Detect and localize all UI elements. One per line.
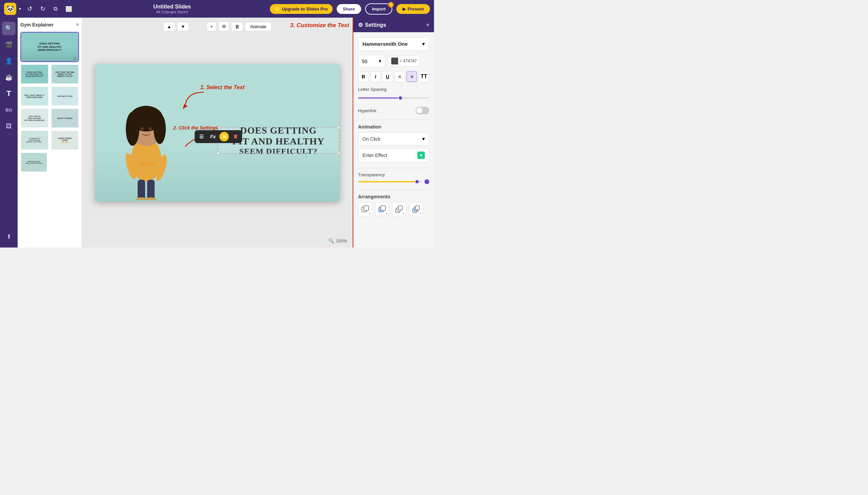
- present-button[interactable]: ▶ Present: [396, 4, 430, 14]
- delete-button[interactable]: 🗑: [231, 22, 243, 31]
- zoom-indicator: 🔍 100%: [328, 238, 347, 243]
- align-center-button[interactable]: ≡: [407, 71, 418, 82]
- undo-button[interactable]: ↺: [25, 4, 34, 14]
- italic-button[interactable]: I: [370, 71, 381, 82]
- slide-row-2: WELL, DON'T SWEAT IT!FROM YOUR HOME! VIS…: [20, 86, 79, 106]
- video-tool[interactable]: 🎬: [2, 38, 16, 52]
- animation-select[interactable]: On Click ▾: [358, 132, 429, 146]
- panel-title: Gym Explainer: [20, 22, 54, 28]
- settings-body: Hammersmith One ▾ 50 ▾ # 474747: [353, 32, 434, 221]
- handle-tr: [337, 126, 339, 129]
- slide-row-5: REGISTER TODAY!MATT'S FITNESS STUDIO: [20, 152, 79, 172]
- badge-tool[interactable]: BG: [2, 103, 16, 117]
- canvas-toolbar: ▲ ▼ + ⧉ 🗑 Animate: [163, 22, 271, 31]
- enter-effect-label: Enter Effect: [362, 153, 387, 158]
- arrangements-label: Arrangements: [358, 194, 429, 199]
- slide-thumb-7[interactable]: IF POWER LIFTSAND CRUNCHESARE NOT YOUR T…: [20, 130, 49, 150]
- upgrade-button[interactable]: ⭐ Upgrade to Slides Pro: [270, 4, 333, 14]
- left-toolbar: 🔍 🎬 👤 ☕ T BG 🖼 ⬆: [0, 18, 18, 248]
- section-divider-3: [358, 189, 429, 190]
- animation-value: On Click: [362, 136, 380, 142]
- svg-point-12: [146, 197, 156, 200]
- color-selector[interactable]: # 474747: [388, 56, 420, 66]
- bold-button[interactable]: B: [358, 71, 369, 82]
- transparency-label: Transparency: [358, 172, 429, 177]
- add-element-button[interactable]: +: [206, 22, 217, 31]
- slide-canvas: FITNESS DOES GETTING FIT AND HEALTHY SEE…: [95, 64, 339, 201]
- svg-point-11: [136, 197, 147, 200]
- settings-close-button[interactable]: ×: [426, 22, 429, 28]
- panel-header: Gym Explainer ×: [20, 20, 79, 29]
- slide-thumb-9[interactable]: REGISTER TODAY!MATT'S FITNESS STUDIO: [20, 152, 48, 172]
- settings-header: ⚙ Settings ×: [353, 18, 434, 32]
- share-button[interactable]: Share: [337, 4, 361, 14]
- color-label: # 474747: [400, 59, 417, 63]
- color-box: [391, 57, 398, 65]
- transform-button[interactable]: TT: [419, 71, 429, 82]
- transparency-row: [358, 180, 429, 184]
- ctx-fx-button[interactable]: Fx: [208, 132, 218, 141]
- handle-br: [337, 152, 339, 155]
- hash-label: #: [400, 59, 402, 63]
- font-selector[interactable]: Hammersmith One ▾: [358, 37, 429, 51]
- svg-marker-14: [183, 104, 187, 109]
- coffee-tool[interactable]: ☕: [2, 70, 16, 84]
- image-tool[interactable]: 🖼: [2, 119, 16, 133]
- upload-tool[interactable]: ⬆: [2, 230, 16, 243]
- slide-thumb-2[interactable]: DON'T HAVE THE TIMEENERGY OR THEPERFECT …: [51, 64, 79, 84]
- slide-thumb-5[interactable]: JUST GIVE USHALF AN HOUROF YOUR 24 HOUR …: [20, 108, 49, 128]
- main-area: 🔍 🎬 👤 ☕ T BG 🖼 ⬆ Gym Explainer × DOES GE…: [0, 18, 434, 248]
- ctx-menu-button[interactable]: ☰: [196, 132, 206, 141]
- arrange-to-front-button[interactable]: +: [409, 202, 423, 216]
- hyperlink-toggle[interactable]: [416, 107, 429, 114]
- underline-button[interactable]: U: [382, 71, 393, 82]
- copy-button[interactable]: ⧉: [52, 4, 59, 13]
- person-tool[interactable]: 👤: [2, 54, 16, 68]
- section-divider: [358, 120, 429, 120]
- svg-point-4: [154, 114, 166, 144]
- font-size-row: 50 ▾ # 474747: [358, 55, 429, 67]
- svg-point-5: [140, 127, 144, 131]
- enter-effect-icon: ✦: [418, 152, 425, 159]
- arrange-to-back-button[interactable]: +: [392, 202, 406, 216]
- ctx-delete-button[interactable]: 🗑: [230, 132, 240, 141]
- letter-spacing-slider[interactable]: [358, 97, 429, 99]
- font-size-select[interactable]: 50 ▾: [358, 55, 385, 67]
- arrange-forward-button[interactable]: +: [375, 202, 389, 216]
- saved-status: All Changes Saved: [78, 10, 266, 14]
- svg-point-6: [149, 127, 152, 131]
- slide-title[interactable]: Untitled Slides: [78, 4, 266, 10]
- enter-effect-row[interactable]: Enter Effect ✦: [358, 148, 429, 163]
- slide-thumb-3[interactable]: WELL, DON'T SWEAT IT!FROM YOUR HOME!: [20, 86, 49, 106]
- hyperlink-thumb: [416, 107, 423, 114]
- slide-thumb-6[interactable]: CIRCUIT TRAINING: [51, 108, 79, 128]
- duplicate-button[interactable]: ⧉: [219, 22, 229, 31]
- top-bar: 🐼 ▾ ↺ ↻ ⧉ ⬜ Untitled Slides All Changes …: [0, 0, 434, 18]
- slide-row-4: IF POWER LIFTSAND CRUNCHESARE NOT YOUR T…: [20, 130, 79, 150]
- animate-button[interactable]: Animate: [245, 22, 272, 31]
- more-button[interactable]: ⬜: [63, 4, 74, 14]
- slide-thumb-1[interactable]: DOES GETTINGFIT AND HEALTHYSEEM DIFFICUL…: [20, 64, 49, 84]
- logo-dropdown[interactable]: ▾: [19, 6, 21, 11]
- panel-close-button[interactable]: ×: [76, 22, 79, 28]
- logo-icon: 🐼: [4, 3, 16, 15]
- redo-button[interactable]: ↻: [38, 4, 48, 14]
- context-toolbar: ☰ Fx ⚙ 🗑: [194, 130, 242, 143]
- animation-dropdown-icon: ▾: [422, 136, 425, 142]
- text-tool[interactable]: T: [2, 87, 16, 100]
- slide-down-button[interactable]: ▼: [177, 22, 189, 31]
- import-badge: 1: [388, 2, 394, 7]
- slide-thumb-main[interactable]: DOES GETTING FIT AND HEALTHY SEEM DIFFIC…: [20, 32, 79, 62]
- import-button[interactable]: Import 1: [365, 3, 392, 15]
- align-left-button[interactable]: ≡: [394, 71, 405, 82]
- slide-thumb-8[interactable]: LIMITED PERIODOFFER50% OFF: [51, 130, 79, 150]
- logo-area: 🐼 ▾: [4, 3, 21, 15]
- search-tool[interactable]: 🔍: [2, 22, 16, 35]
- canvas-area: 3. Customize the Text ▲ ▼ + ⧉ 🗑 Animate: [82, 18, 353, 248]
- slide-row-3: JUST GIVE USHALF AN HOUROF YOUR 24 HOUR …: [20, 108, 79, 128]
- slide-thumb-4[interactable]: VISIT MATT'S GYM: [51, 86, 79, 106]
- ctx-settings-button[interactable]: ⚙: [219, 132, 229, 141]
- transparency-slider[interactable]: [358, 181, 423, 183]
- arrange-back-button[interactable]: +: [358, 202, 372, 216]
- slide-up-button[interactable]: ▲: [163, 22, 175, 31]
